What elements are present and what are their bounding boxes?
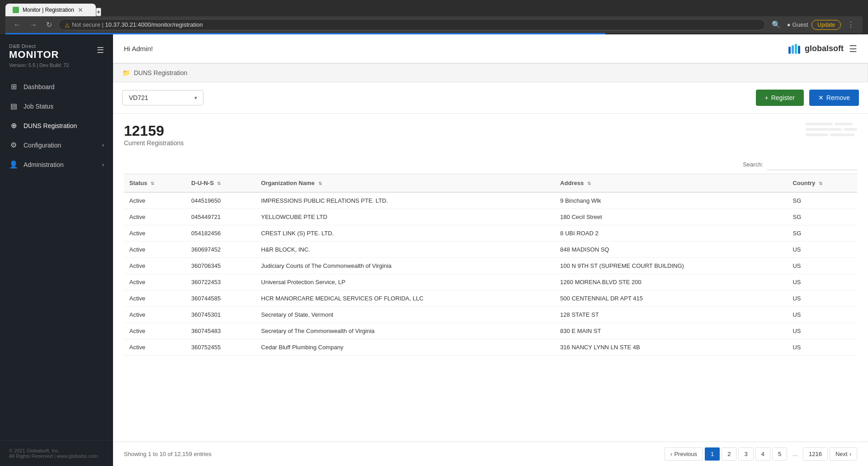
sidebar-title: MONITOR	[9, 49, 104, 61]
cell-status: Active	[124, 242, 186, 258]
cell-duns: 360745301	[186, 307, 255, 323]
register-button[interactable]: + Register	[756, 90, 804, 106]
sidebar-item-duns-registration[interactable]: ⊕ DUNS Registration	[0, 116, 113, 135]
forward-button[interactable]: →	[27, 20, 40, 30]
cell-status: Active	[124, 339, 186, 356]
pagination-controls: ‹ Previous 1 2 3 4 5 ... 1216 Next ›	[665, 447, 857, 461]
sidebar-item-administration[interactable]: 👤 Administration ›	[0, 155, 113, 174]
cell-status: Active	[124, 258, 186, 274]
new-tab-button[interactable]: +	[96, 8, 101, 16]
sidebar-nav: ⊞ Dashboard ▤ Job Status ⊕ DUNS Registra…	[0, 72, 113, 440]
search-input[interactable]	[767, 159, 857, 170]
cell-org_name: Cedar Bluff Plumbing Company	[256, 339, 555, 356]
address-bar[interactable]: △ Not secure | 10.37.30.21:4000/monitor/…	[58, 19, 765, 30]
page-3-button[interactable]: 3	[738, 447, 753, 461]
col-duns[interactable]: D-U-N-S ⇅	[186, 174, 255, 192]
cell-status: Active	[124, 274, 186, 290]
guest-label: Guest	[793, 21, 808, 28]
cell-address: 128 STATE ST	[555, 307, 787, 323]
globalsoft-logo: globalsoft	[788, 44, 844, 54]
cell-duns: 045449721	[186, 209, 255, 225]
app-container: ☰ D&B Direct MONITOR Version: 5.5 | Dev …	[0, 34, 868, 466]
remove-button[interactable]: ✕ Remove	[809, 90, 859, 106]
col-org-name[interactable]: Organization Name ⇅	[256, 174, 555, 192]
svg-rect-1	[792, 45, 794, 54]
cell-duns: 360722453	[186, 274, 255, 290]
cell-country: US	[787, 242, 857, 258]
top-bar: Hi Admin! globalsoft ☰	[113, 34, 868, 63]
next-button[interactable]: Next ›	[830, 447, 857, 461]
back-button[interactable]: ←	[11, 20, 24, 30]
sidebar-footer: © 2021 Globalsoft, Inc. All Rights Reser…	[0, 440, 113, 466]
sidebar-brand: D&B Direct	[9, 43, 104, 49]
cell-address: 830 E MAIN ST	[555, 323, 787, 339]
stats-bar-row	[806, 128, 857, 131]
top-menu-button[interactable]: ☰	[849, 43, 857, 54]
cell-org_name: Judiciary Courts of The Commonwealth of …	[256, 258, 555, 274]
cell-org_name: CREST LINK (S) PTE. LTD.	[256, 225, 555, 242]
cell-address: 1260 MORENA BLVD STE 200	[555, 274, 787, 290]
page-5-button[interactable]: 5	[772, 447, 787, 461]
svg-rect-2	[795, 44, 797, 54]
table-row: Active360752455Cedar Bluff Plumbing Comp…	[124, 339, 857, 356]
cell-country: US	[787, 307, 857, 323]
table-body: Active044519650IMPRESSIONS PUBLIC RELATI…	[124, 192, 857, 356]
administration-icon: 👤	[9, 160, 18, 169]
main-content: Hi Admin! globalsoft ☰	[113, 34, 868, 466]
search-icon-button[interactable]: 🔍	[769, 19, 783, 30]
sort-icon: ⇅	[819, 181, 822, 186]
x-icon: ✕	[818, 94, 824, 101]
sidebar-item-label: Job Status	[24, 103, 53, 110]
cell-org_name: IMPRESSIONS PUBLIC RELATIONS PTE. LTD.	[256, 192, 555, 209]
sidebar-item-dashboard[interactable]: ⊞ Dashboard	[0, 77, 113, 96]
active-tab: Monitor | Registration ✕	[5, 4, 96, 16]
sidebar-item-job-status[interactable]: ▤ Job Status	[0, 96, 113, 116]
previous-button[interactable]: ‹ Previous	[665, 447, 703, 461]
cell-duns: 360745483	[186, 323, 255, 339]
sidebar-item-configuration[interactable]: ⚙ Configuration ›	[0, 135, 113, 155]
page-2-button[interactable]: 2	[722, 447, 736, 461]
plus-icon: +	[765, 94, 769, 101]
menu-dots-button[interactable]: ⋮	[844, 19, 857, 30]
folder-icon: 📁	[123, 69, 130, 76]
cell-address: 316 NANCY LYNN LN STE 4B	[555, 339, 787, 356]
col-status[interactable]: Status ⇅	[124, 174, 186, 192]
duns-icon: ⊕	[9, 121, 18, 130]
sidebar-item-label: Dashboard	[24, 83, 55, 90]
configuration-icon: ⚙	[9, 141, 18, 149]
guest-account-button[interactable]: ● Guest	[787, 21, 808, 28]
col-country[interactable]: Country ⇅	[787, 174, 857, 192]
url-text: Not secure | 10.37.30.21:4000/monitor/re…	[72, 21, 203, 28]
update-button[interactable]: Update	[811, 20, 841, 30]
stats-count: 12159	[124, 123, 184, 139]
page-1-button[interactable]: 1	[705, 447, 720, 461]
page-4-button[interactable]: 4	[755, 447, 770, 461]
last-page-button[interactable]: 1216	[803, 447, 828, 461]
col-address[interactable]: Address ⇅	[555, 174, 787, 192]
hamburger-button[interactable]: ☰	[97, 45, 104, 55]
header-row: Status ⇅ D-U-N-S ⇅ Organization Name ⇅ A…	[124, 174, 857, 192]
account-icon: ●	[787, 21, 791, 28]
table-row: Active360697452H&R BLOCK, INC.848 MADISO…	[124, 242, 857, 258]
table-row: Active054182456CREST LINK (S) PTE. LTD.8…	[124, 225, 857, 242]
cell-address: 8 UBI ROAD 2	[555, 225, 787, 242]
cell-country: US	[787, 323, 857, 339]
url-prefix: Not secure |	[72, 21, 105, 28]
cell-status: Active	[124, 192, 186, 209]
browser-chrome: Monitor | Registration ✕ + ← → ↻ △ Not s…	[0, 0, 868, 34]
sidebar-item-label: DUNS Registration	[24, 122, 77, 129]
page-content: 📁 DUNS Registration VD721 + Register ✕ R…	[113, 63, 868, 442]
browser-tabs: Monitor | Registration ✕ +	[5, 4, 863, 16]
close-tab-button[interactable]: ✕	[78, 6, 83, 14]
table-row: Active044519650IMPRESSIONS PUBLIC RELATI…	[124, 192, 857, 209]
table-row: Active045449721YELLOWCUBE PTE LTD180 Cec…	[124, 209, 857, 225]
vd-dropdown[interactable]: VD721	[122, 90, 203, 105]
stats-label: Current Registrations	[124, 139, 184, 147]
dropdown-wrapper: VD721	[122, 90, 203, 105]
reload-button[interactable]: ↻	[43, 19, 55, 30]
footer-line1: © 2021 Globalsoft, Inc.	[9, 448, 104, 453]
cell-address: 9 Binchang Wlk	[555, 192, 787, 209]
cell-country: SG	[787, 225, 857, 242]
search-bar: Search:	[124, 156, 857, 174]
sidebar-item-label: Administration	[24, 161, 64, 168]
